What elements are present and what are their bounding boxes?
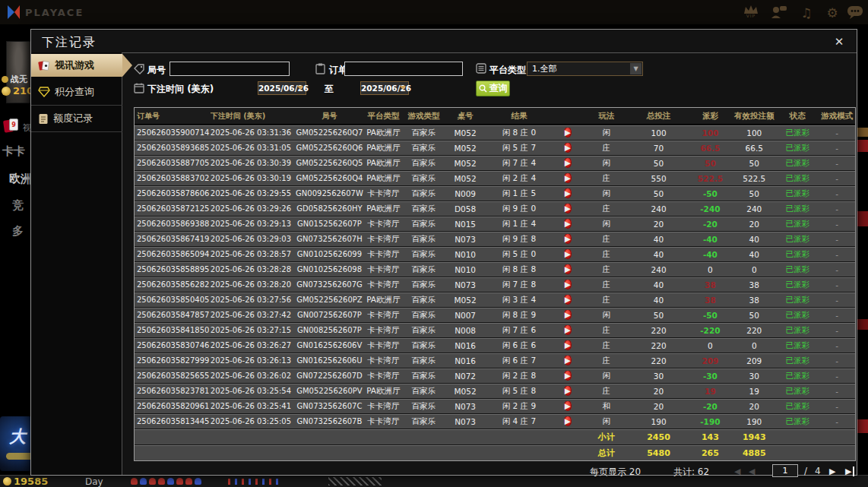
replay-play-button[interactable]: ▶ <box>564 264 572 274</box>
cell-round-number: GN0152562607P <box>296 220 364 228</box>
cell-table-number: N007 <box>444 311 486 320</box>
prev-page-button[interactable]: ◀ <box>749 466 755 476</box>
cell-table-number: M052 <box>444 387 486 396</box>
roadmap-tick <box>269 479 271 485</box>
replay-play-button[interactable]: ▶ <box>564 173 572 183</box>
replay-play-button[interactable]: ▶ <box>564 128 572 138</box>
cell-result: 闲 5 庄 7 <box>486 143 552 153</box>
tab-points-query[interactable]: 积分查询 <box>31 81 122 103</box>
next-page-button[interactable]: ▶ <box>829 466 835 476</box>
column-header: 玩法 <box>584 111 629 122</box>
cell-round-number: GN0082562607P <box>296 326 364 334</box>
cell-bet-time: 2025-06-26 03:29:55 <box>211 189 296 198</box>
replay-play-button[interactable]: ▶ <box>564 310 572 320</box>
table-row: 250626035847857 2025-06-26 03:27:42 GN00… <box>135 308 855 322</box>
vip-icon-label: VIP <box>741 13 761 18</box>
date-from-picker[interactable]: 2025/06/26 <box>258 81 306 95</box>
replay-play-button[interactable]: ▶ <box>564 188 572 198</box>
cell-status: 已派彩 <box>776 416 819 427</box>
cell-bet-time: 2025-06-26 03:27:15 <box>211 326 296 334</box>
replay-play-button[interactable]: ▶ <box>564 401 572 411</box>
cell-status: 已派彩 <box>776 371 819 381</box>
replay-play-button[interactable]: ▶ <box>564 386 572 396</box>
table-row: 250626035878606 2025-06-26 03:29:55 GN00… <box>135 186 855 201</box>
lobby-item-jing[interactable]: 竞 <box>12 198 24 213</box>
cell-round-number: GN0072562607P <box>296 311 364 319</box>
document-icon <box>38 113 49 125</box>
cell-payout: -240 <box>688 204 732 213</box>
date-to-picker[interactable]: 2025/06/26 <box>360 81 409 95</box>
first-page-button[interactable]: ◀ <box>734 466 740 476</box>
roadmap-dot <box>167 478 174 485</box>
close-icon[interactable]: ✕ <box>832 35 846 49</box>
music-glyph: ♫ <box>800 5 812 21</box>
cell-table-number: N073 <box>444 417 486 426</box>
vip-icon[interactable]: VIP <box>741 5 761 21</box>
per-page-label: 每页显示 20 <box>590 466 641 479</box>
replay-play-button[interactable]: ▶ <box>564 295 572 305</box>
cell-payout: 522.5 <box>688 174 732 183</box>
diamond-icon <box>38 87 50 97</box>
roadmap-dot <box>131 478 138 485</box>
cell-status: 已派彩 <box>776 325 819 336</box>
cell-game-type: 百家乐 <box>403 128 444 138</box>
replay-play-button[interactable]: ▶ <box>564 204 572 213</box>
cell-platform-type: 卡卡湾厅 <box>363 188 403 199</box>
coin-icon <box>3 477 11 485</box>
tab-video-games[interactable]: 视讯游戏 <box>31 54 122 77</box>
replay-play-button[interactable]: ▶ <box>564 371 572 381</box>
cell-platform-type: 卡卡湾厅 <box>363 234 403 245</box>
settings-gear-icon[interactable]: ⚙ <box>822 5 842 21</box>
cell-result: 闲 4 庄 7 <box>486 416 552 427</box>
column-header: 结果 <box>486 111 552 122</box>
replay-play-button[interactable]: ▶ <box>564 416 572 426</box>
cell-platform-type: 卡卡湾厅 <box>363 280 403 290</box>
page-input[interactable] <box>772 464 798 477</box>
cell-result: 闲 8 庄 9 <box>486 310 552 321</box>
cell-platform-type: 卡卡湾厅 <box>363 325 403 336</box>
tab-quota-records[interactable]: 额度记录 <box>31 107 122 130</box>
customer-service-icon[interactable] <box>769 5 789 21</box>
round-number-input[interactable] <box>169 62 290 76</box>
search-button[interactable]: 查询 <box>476 81 510 96</box>
cell-game-type: 百家乐 <box>403 310 444 321</box>
table-row: 250626035869388 2025-06-26 03:29:13 GN01… <box>135 217 855 231</box>
order-number-input[interactable] <box>344 62 463 76</box>
table-row: 250626035827999 2025-06-26 03:26:13 GN01… <box>135 353 855 368</box>
replay-play-button[interactable]: ▶ <box>564 280 572 289</box>
cell-result: 闲 2 庄 9 <box>486 401 552 412</box>
replay-play-button[interactable]: ▶ <box>564 234 572 244</box>
replay-play-button[interactable]: ▶ <box>564 356 572 365</box>
music-icon[interactable]: ♫ <box>797 5 816 21</box>
cell-game-mode: - <box>819 235 855 244</box>
cell-bet-time: 2025-06-26 03:27:42 <box>211 311 296 319</box>
bet-records-dialog: 下注记录 ✕ 视讯游戏 积分查询 额度记录 局号 <box>30 29 857 476</box>
cell-bet-time: 2025-06-26 03:25:54 <box>211 387 296 395</box>
cell-game-mode: - <box>819 159 855 168</box>
chat-icon[interactable] <box>845 5 865 21</box>
replay-play-button[interactable]: ▶ <box>564 325 572 335</box>
replay-play-button[interactable]: ▶ <box>564 143 572 153</box>
last-page-button[interactable]: ▶ <box>845 466 854 476</box>
cell-payout: 38 <box>688 296 732 305</box>
lobby-item-kaka[interactable]: 卡卡 <box>2 144 25 159</box>
lobby-item-duo[interactable]: 多 <box>12 224 24 239</box>
cell-game-mode: - <box>819 220 855 229</box>
cell-platform-type: 卡卡湾厅 <box>363 401 403 412</box>
replay-play-button[interactable]: ▶ <box>564 219 572 229</box>
cell-table-number: M052 <box>444 296 486 305</box>
cell-status: 已派彩 <box>776 295 819 305</box>
replay-play-button[interactable]: ▶ <box>564 158 572 168</box>
cell-round-number: GN0162562606U <box>296 356 364 365</box>
cell-order-number: 250626035883702 <box>135 174 211 182</box>
date-from-value: 2025/06/26 <box>258 84 315 93</box>
replay-play-button[interactable]: ▶ <box>564 340 572 350</box>
platform-type-select[interactable]: 1.全部 ▼ <box>527 62 643 76</box>
cell-valid-bet: 20 <box>732 220 776 229</box>
player-name: 战无 <box>11 74 27 85</box>
chevron-down-icon: ▼ <box>630 63 641 74</box>
cell-result: 闲 9 庄 8 <box>486 234 552 245</box>
lobby-item-europe[interactable]: 欧洲 <box>9 172 32 186</box>
replay-play-button[interactable]: ▶ <box>564 249 572 259</box>
cell-game-mode: - <box>819 417 855 426</box>
